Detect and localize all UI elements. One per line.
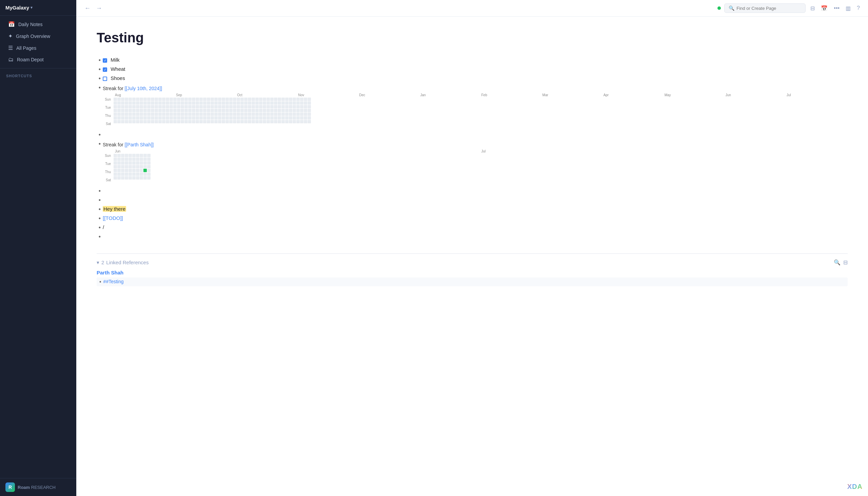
- shoes-item: Shoes: [103, 75, 848, 81]
- streak1-container: Streak for [[July 10th, 2024]] AugSepOct…: [103, 84, 848, 129]
- more-button[interactable]: •••: [833, 4, 841, 13]
- bullet-dot: •: [96, 216, 103, 221]
- topbar: ← → 🔍 ⊟ 📅 ••• ▥ ?: [76, 0, 868, 17]
- streak-link[interactable]: [[July 10th, 2024]]: [125, 86, 162, 91]
- calendar-icon: 📅: [8, 21, 15, 28]
- list-item: • Streak for [[Parth Shah]] JunJulSunTue…: [96, 140, 848, 185]
- sidebar-item-label: Roam Depot: [17, 57, 44, 62]
- milk-checkbox[interactable]: ✓: [103, 58, 107, 63]
- streak-july10: Streak for [[July 10th, 2024]] AugSepOct…: [103, 86, 848, 126]
- linked-refs-section: ▾ 2 Linked References 🔍 ⊟ Parth Shah • #…: [96, 253, 848, 286]
- streak2-container: Streak for [[Parth Shah]] JunJulSunTueTh…: [103, 140, 848, 185]
- streak-title: Streak for [[July 10th, 2024]]: [103, 86, 848, 91]
- sidebar-item-daily-notes[interactable]: 📅 Daily Notes: [2, 18, 74, 30]
- ref-group: Parth Shah • ##Testing: [96, 270, 848, 286]
- sidebar-item-label: All Pages: [16, 45, 36, 51]
- todo-item: [[TODO]]: [103, 215, 848, 221]
- help-button[interactable]: ?: [855, 4, 861, 13]
- roam-brand: Roam RESEARCH: [18, 485, 56, 490]
- shoes-checkbox[interactable]: [103, 77, 107, 81]
- ref-text: ##Testing: [103, 279, 124, 284]
- linked-refs-count: 2: [101, 260, 104, 265]
- linked-refs-label: Linked References: [106, 260, 149, 265]
- milk-item: ✓ Milk: [103, 56, 848, 63]
- list-item: • /: [96, 223, 848, 231]
- todo-link[interactable]: [[TODO]]: [103, 215, 123, 221]
- empty-item-2: [103, 187, 848, 188]
- ref-item: • ##Testing: [96, 278, 848, 286]
- columns-button[interactable]: ▥: [844, 4, 852, 13]
- sidebar-item-label: Daily Notes: [18, 22, 43, 27]
- sidebar: MyGalaxy ▾ 📅 Daily Notes ✦ Graph Overvie…: [0, 0, 76, 496]
- bullet-dot: •: [96, 57, 103, 63]
- sidebar-item-all-pages[interactable]: ☰ All Pages: [2, 42, 74, 54]
- sidebar-item-graph-overview[interactable]: ✦ Graph Overview: [2, 30, 74, 42]
- calendar-button[interactable]: 📅: [820, 4, 829, 13]
- list-item: • [[TODO]]: [96, 215, 848, 221]
- empty-item-4: [103, 233, 848, 233]
- list-item: •: [96, 196, 848, 203]
- sync-status-dot: [717, 6, 721, 10]
- bullet-dot: •: [96, 206, 103, 213]
- sidebar-item-roam-depot[interactable]: 🗂 Roam Depot: [2, 54, 74, 65]
- list-item: •: [96, 233, 848, 240]
- linked-refs-header: ▾ 2 Linked References 🔍 ⊟: [96, 259, 848, 266]
- wheat-item: ✓ Wheat: [103, 65, 848, 72]
- forward-button[interactable]: →: [94, 4, 103, 13]
- workspace-chevron: ▾: [31, 5, 32, 10]
- linked-refs-search-icon[interactable]: 🔍: [834, 259, 840, 266]
- streak-link-2[interactable]: [[Parth Shah]]: [125, 142, 154, 148]
- empty-item: [103, 131, 848, 131]
- linked-refs-filter-icon[interactable]: ⊟: [843, 259, 848, 266]
- page-title: Testing: [96, 30, 848, 45]
- filter-button[interactable]: ⊟: [809, 4, 816, 13]
- depot-icon: 🗂: [8, 57, 14, 63]
- bullet-list: • ✓ Milk • ✓ Wheat • Shoes: [96, 56, 848, 240]
- ref-group-name[interactable]: Parth Shah: [96, 270, 848, 276]
- list-item: • Shoes: [96, 75, 848, 82]
- list-item: • Streak for [[July 10th, 2024]] AugSepO…: [96, 84, 848, 129]
- content-area: Testing • ✓ Milk • ✓ Wheat •: [76, 17, 868, 496]
- bullet-dot: •: [96, 188, 103, 194]
- sidebar-nav: 📅 Daily Notes ✦ Graph Overview ☰ All Pag…: [0, 16, 76, 82]
- bullet-dot: •: [96, 132, 103, 138]
- sidebar-bottom: R Roam RESEARCH: [0, 478, 76, 496]
- xda-watermark: XDA: [847, 483, 863, 491]
- pages-icon: ☰: [8, 45, 13, 51]
- list-item: • ✓ Milk: [96, 56, 848, 63]
- roam-logo: R: [5, 482, 15, 492]
- search-bar[interactable]: 🔍: [724, 3, 806, 13]
- search-icon: 🔍: [729, 5, 734, 11]
- slash-item: /: [103, 223, 848, 230]
- bullet-dot: •: [96, 76, 103, 82]
- bullet-dot: •: [96, 224, 103, 231]
- list-item: • Hey there: [96, 205, 848, 213]
- workspace-header[interactable]: MyGalaxy ▾: [0, 0, 76, 16]
- list-item: • ✓ Wheat: [96, 65, 848, 73]
- list-item: •: [96, 131, 848, 138]
- back-button[interactable]: ←: [83, 4, 92, 13]
- nav-buttons: ← →: [83, 4, 103, 13]
- linked-refs-title[interactable]: ▾ 2 Linked References: [96, 260, 149, 266]
- bullet-dot: •: [96, 197, 103, 203]
- wheat-label: Wheat: [110, 66, 125, 72]
- sidebar-item-label: Graph Overview: [16, 33, 50, 39]
- bullet-dot: •: [96, 141, 103, 147]
- milk-label: Milk: [110, 57, 120, 63]
- bullet-dot: •: [96, 66, 103, 73]
- empty-item-3: [103, 196, 848, 197]
- shortcuts-label: SHORTCUTS: [0, 71, 76, 79]
- streak-title-2: Streak for [[Parth Shah]]: [103, 142, 848, 148]
- graph-icon: ✦: [8, 33, 13, 39]
- search-input[interactable]: [736, 6, 797, 11]
- streak-parth: Streak for [[Parth Shah]] JunJulSunTueTh…: [103, 142, 848, 182]
- hey-there-item: Hey there: [103, 205, 848, 212]
- bullet-dot: •: [96, 85, 103, 91]
- shoes-label: Shoes: [110, 75, 125, 81]
- wheat-checkbox[interactable]: ✓: [103, 67, 107, 72]
- bullet-dot: •: [96, 234, 103, 240]
- heatmap-large: AugSepOctNovDecJanFebMarAprMayJunJulSunT…: [103, 93, 848, 126]
- heatmap-small: JunJulSunTueThuSat: [103, 150, 848, 182]
- main-area: ← → 🔍 ⊟ 📅 ••• ▥ ? Testing • ✓: [76, 0, 868, 496]
- workspace-name: MyGalaxy: [5, 5, 29, 11]
